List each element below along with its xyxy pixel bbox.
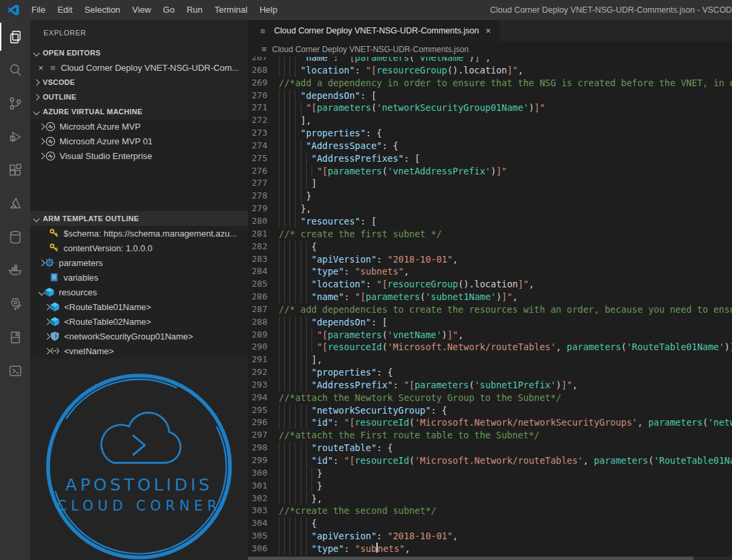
code-line[interactable]: 306 "type": "subnets",: [248, 543, 732, 555]
code-line[interactable]: 290 "[resourceId('Microsoft.Network/rout…: [248, 341, 732, 354]
arm-outline-item[interactable]: $schema: https://schema.management.azu..…: [30, 226, 248, 241]
indent-guide: [289, 442, 295, 454]
arm-outline-item[interactable]: <RouteTable02Name>: [30, 314, 248, 329]
activity-item-extensions[interactable]: [0, 154, 30, 187]
close-icon[interactable]: ×: [35, 63, 46, 73]
code-line[interactable]: 273 "properties": {: [248, 127, 732, 140]
code-line[interactable]: 275 "AddressPrefixes": [: [248, 152, 732, 165]
code-line[interactable]: 285 "location": "[resourceGroup().locati…: [248, 278, 732, 291]
menu-help[interactable]: Help: [253, 0, 283, 20]
indent-guide: [295, 480, 300, 493]
code-line[interactable]: 291 ],: [248, 354, 732, 366]
code-line[interactable]: 277 ]: [248, 177, 732, 190]
activity-item-database[interactable]: [0, 221, 30, 254]
code-line[interactable]: 276 "[parameters('vnetAddressPrefix')]": [248, 165, 732, 178]
open-editor-item[interactable]: ×≡Cloud Corner Deploy VNET-NSG-UDR-Com..…: [30, 60, 248, 75]
code-line[interactable]: 293 "AddressPrefix": "[parameters('subne…: [248, 379, 732, 392]
activity-item-azure[interactable]: [0, 187, 30, 221]
arm-outline-item[interactable]: resources: [30, 285, 248, 299]
line-number: 269: [248, 77, 279, 90]
azure-account-item[interactable]: Microsoft Azure MVP: [30, 119, 248, 134]
code-token: "[: [376, 278, 387, 291]
section-arm-template-outline[interactable]: ARM TEMPLATE OUTLINE: [30, 211, 248, 226]
line-number: 301: [248, 480, 279, 493]
code-token: ().location: [458, 278, 517, 291]
activity-item-remote-explorer[interactable]: [0, 321, 30, 354]
activity-item-source-control[interactable]: [0, 87, 30, 120]
code-line[interactable]: 281//* create the first subnet */: [248, 228, 732, 241]
code-line[interactable]: 299 "id": "[resourceId('Microsoft.Networ…: [248, 454, 732, 467]
code-line[interactable]: 303//*create the second subnet*/: [248, 505, 732, 517]
activity-item-explorer[interactable]: [0, 20, 30, 53]
indent-guide: [279, 152, 284, 165]
menu-run[interactable]: Run: [180, 0, 209, 20]
code-line[interactable]: 279 },: [248, 202, 732, 215]
arm-outline-item[interactable]: <vnetName>: [30, 343, 248, 358]
code-line[interactable]: 288 "dependsOn": [: [248, 316, 732, 329]
arm-outline-item[interactable]: <RouteTable01Name>: [30, 299, 248, 314]
code-editor[interactable]: 267 "name": "[parameters('vnetName')]",2…: [248, 57, 732, 560]
code-token: nets": [378, 543, 405, 555]
code-token: parameters: [355, 57, 409, 64]
azure-account-item[interactable]: Visual Studio Enterprise: [30, 148, 248, 163]
menu-terminal[interactable]: Terminal: [209, 0, 253, 20]
section-vscode[interactable]: VSCODE: [30, 75, 248, 90]
activity-item-run-debug[interactable]: [0, 120, 30, 154]
code-line[interactable]: 280 "resources": [: [248, 215, 732, 228]
code-line[interactable]: 292 "properties": {: [248, 366, 732, 379]
activity-item-powershell[interactable]: [0, 354, 30, 388]
tab-cloud-corner-deploy-json[interactable]: ≡ Cloud Corner Deploy VNET-NSG-UDR-Comme…: [248, 20, 499, 41]
code-line[interactable]: 286 "name": "[parameters('subnet1Name')]…: [248, 291, 732, 303]
code-line[interactable]: 304 {: [248, 517, 732, 530]
code-token: "sub: [355, 543, 377, 555]
code-line[interactable]: 294//*attach the Newtork Securoty Group …: [248, 392, 732, 404]
section-azure-virtual-machine[interactable]: AZURE VIRTUAL MACHINE: [30, 104, 248, 119]
code-line[interactable]: 278 }: [248, 190, 732, 202]
code-line[interactable]: 284 "type": "subnets",: [248, 265, 732, 278]
indent-guide: [289, 530, 295, 543]
menu-view[interactable]: View: [126, 0, 157, 20]
code-line[interactable]: 305 "apiVersion": "2018-10-01",: [248, 530, 732, 543]
section-open-editors[interactable]: OPEN EDITORS: [30, 45, 248, 60]
code-line[interactable]: 298 "routeTable": {: [248, 442, 732, 454]
code-line[interactable]: 301 }: [248, 480, 732, 493]
azure-account-item[interactable]: Microsoft Azure MVP 01: [30, 134, 248, 148]
code-token: "dependsOn": [312, 316, 371, 329]
arm-outline-item[interactable]: <networkSecurityGroup01Name>: [30, 329, 248, 343]
code-line[interactable]: 295 "networkSecurityGroup": {: [248, 404, 732, 417]
open-editor-label: Cloud Corner Deploy VNET-NSG-UDR-Com...: [61, 63, 239, 73]
activity-item-docker[interactable]: [0, 254, 30, 287]
activity-item-search[interactable]: [0, 53, 30, 87]
section-outline[interactable]: OUTLINE: [30, 90, 248, 104]
code-line[interactable]: 302 },: [248, 493, 732, 505]
breadcrumb[interactable]: ≡ Cloud Corner Deploy VNET-NSG-UDR-Comme…: [248, 41, 732, 57]
menu-selection[interactable]: Selection: [78, 0, 126, 20]
code-line[interactable]: 269//*add a dependency in order to ensur…: [248, 77, 732, 90]
indent-guide: [306, 543, 312, 555]
code-token: ,: [453, 530, 458, 543]
arm-outline-item[interactable]: contentVersion: 1.0.0.0: [30, 241, 248, 255]
code-line[interactable]: 297//*attacht the First route table to t…: [248, 429, 732, 442]
remote-explorer-icon: [7, 329, 23, 345]
arm-outline-item[interactable]: variables: [30, 270, 248, 285]
code-line[interactable]: 274 "AddressSpace": {: [248, 140, 732, 152]
arm-outline-item[interactable]: parameters: [30, 255, 248, 270]
code-line[interactable]: 283 "apiVersion": "2018-10-01",: [248, 253, 732, 266]
tab-close-icon[interactable]: ×: [484, 25, 492, 36]
code-line[interactable]: 289 "[parameters('vnetName')]",: [248, 329, 732, 341]
code-line[interactable]: 268 "location": "[resourceGroup().locati…: [248, 64, 732, 77]
activity-item-azure-iot[interactable]: [0, 287, 30, 321]
horizontal-scrollbar[interactable]: [248, 557, 732, 560]
code-line[interactable]: 300 }: [248, 467, 732, 480]
code-line[interactable]: 287//* add dependencies to create the re…: [248, 303, 732, 316]
code-line[interactable]: 282 {: [248, 241, 732, 253]
code-line[interactable]: 272 ],: [248, 114, 732, 127]
indent-guide: [301, 329, 306, 341]
code-line[interactable]: 271 "[parameters('networkSecurityGroup01…: [248, 102, 732, 114]
code-line[interactable]: 270 "dependsOn": [: [248, 90, 732, 102]
menu-go[interactable]: Go: [157, 0, 180, 20]
menu-file[interactable]: File: [25, 0, 51, 20]
code-line[interactable]: 296 "id": "[resourceId('Microsoft.Networ…: [248, 416, 732, 429]
code-line[interactable]: 267 "name": "[parameters('vnetName')]",: [248, 57, 732, 64]
menu-edit[interactable]: Edit: [51, 0, 78, 20]
